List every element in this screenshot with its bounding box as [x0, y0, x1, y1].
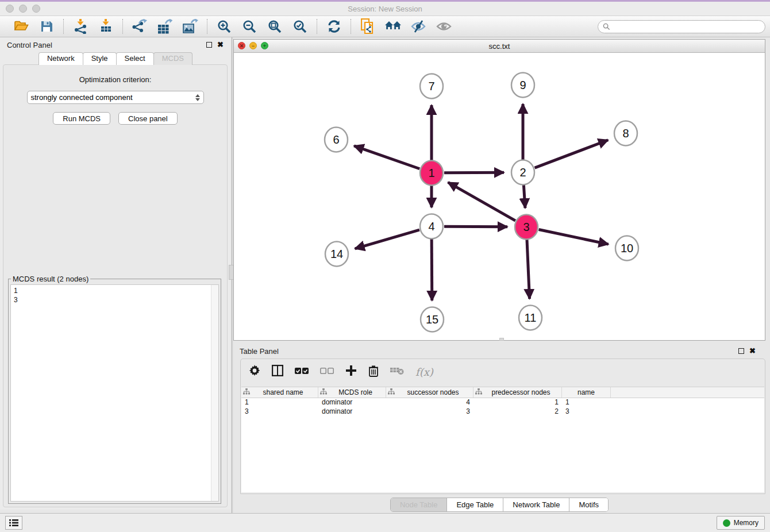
table-cell[interactable]: 3	[562, 407, 611, 417]
node-15[interactable]: 15	[421, 307, 444, 332]
tab-network[interactable]: Network	[38, 52, 83, 65]
deselect-all-checks-button[interactable]	[320, 367, 334, 377]
table-cell[interactable]: 2	[473, 407, 562, 417]
network-minimize-button[interactable]: −	[249, 42, 257, 49]
column-header-predecessor-nodes[interactable]: predecessor nodes	[473, 387, 562, 398]
edge-3-1[interactable]	[448, 182, 515, 221]
tab-network-table[interactable]: Network Table	[503, 498, 569, 511]
edge-4-14[interactable]	[355, 230, 419, 249]
network-resize-grip[interactable]	[499, 338, 504, 341]
result-scrollbar[interactable]	[211, 285, 218, 501]
node-3[interactable]: 3	[515, 215, 538, 240]
columns-button[interactable]	[272, 365, 283, 379]
minimize-window-button[interactable]	[19, 5, 27, 13]
gear-button[interactable]	[249, 365, 260, 379]
table-cell[interactable]: 3	[386, 407, 473, 417]
table-row[interactable]: 3dominator323	[241, 407, 764, 417]
run-mcds-button[interactable]: Run MCDS	[53, 112, 110, 125]
dropdown-stepper-icon	[195, 94, 200, 101]
tab-select[interactable]: Select	[116, 52, 154, 65]
mcds-result-text[interactable]: 13	[10, 284, 219, 502]
mcds-result-title: MCDS result (2 nodes)	[11, 275, 90, 283]
table-cell[interactable]: 1	[473, 398, 562, 407]
edge-4-3[interactable]	[444, 226, 507, 227]
network-close-button[interactable]: ✕	[238, 42, 245, 49]
node-2[interactable]: 2	[511, 160, 534, 185]
tab-motifs[interactable]: Motifs	[569, 498, 608, 511]
column-header-successor-nodes[interactable]: successor nodes	[386, 387, 473, 398]
table-cell[interactable]: 1	[562, 398, 611, 407]
node-10[interactable]: 10	[615, 236, 638, 261]
column-header-shared-name[interactable]: shared name	[241, 387, 318, 398]
import-table-button[interactable]	[97, 18, 114, 34]
close-panel-icon[interactable]: ✖	[217, 42, 224, 48]
delete-row-button[interactable]	[368, 365, 379, 379]
network-window-title: scc.txt	[489, 42, 510, 51]
add-row-button[interactable]	[345, 365, 357, 379]
edge-2-8[interactable]	[535, 140, 609, 168]
node-8[interactable]: 8	[614, 121, 637, 146]
node-9[interactable]: 9	[511, 73, 534, 98]
network-canvas[interactable]: 7968124314101511	[234, 53, 765, 340]
close-window-button[interactable]	[6, 5, 14, 13]
search-field[interactable]	[598, 20, 765, 33]
task-history-button[interactable]	[5, 516, 22, 530]
node-table[interactable]: shared nameMCDS rolesuccessor nodesprede…	[241, 387, 764, 492]
edge-3-10[interactable]	[539, 230, 609, 245]
zoom-out-button[interactable]	[241, 18, 258, 34]
tab-edge-table[interactable]: Edge Table	[447, 498, 503, 511]
network-window-titlebar[interactable]: ✕ − + scc.txt	[234, 40, 765, 53]
column-header-name[interactable]: name	[562, 387, 611, 398]
export-image-button[interactable]	[182, 18, 199, 34]
edge-3-11[interactable]	[527, 240, 530, 299]
node-6[interactable]: 6	[325, 128, 348, 152]
hide-selected-button[interactable]	[410, 18, 427, 34]
table-cell[interactable]: 4	[386, 398, 473, 407]
table-close-panel-icon[interactable]: ✖	[749, 348, 756, 354]
edge-4-15[interactable]	[432, 239, 432, 300]
window-controls[interactable]	[6, 5, 40, 13]
node-4[interactable]: 4	[420, 214, 443, 239]
result-line: 1	[14, 286, 215, 295]
table-row[interactable]: 1dominator411	[241, 398, 764, 407]
node-1[interactable]: 1	[420, 161, 443, 186]
float-panel-icon[interactable]	[206, 42, 212, 48]
zoom-in-button[interactable]	[215, 18, 233, 34]
table-float-panel-icon[interactable]	[738, 348, 744, 354]
export-network-button[interactable]	[131, 18, 148, 34]
table-cell[interactable]: 3	[241, 407, 318, 417]
criterion-dropdown[interactable]: strongly connected component	[27, 91, 204, 104]
refresh-button[interactable]	[325, 18, 342, 34]
node-11[interactable]: 11	[519, 306, 542, 330]
import-network-button[interactable]	[72, 18, 89, 34]
edge-1-2[interactable]	[444, 172, 504, 173]
clone-network-button[interactable]	[359, 18, 376, 34]
node-7[interactable]: 7	[420, 74, 443, 99]
maximize-window-button[interactable]	[32, 5, 40, 13]
home-first-neighbors-button[interactable]	[384, 18, 402, 34]
table-cell[interactable]: 1	[241, 398, 318, 407]
column-header-MCDS-role[interactable]: MCDS role	[318, 387, 386, 398]
zoom-fit-button[interactable]	[266, 18, 283, 34]
close-panel-button[interactable]: Close panel	[118, 112, 178, 125]
table-cell[interactable]: dominator	[318, 407, 386, 417]
select-all-checks-button[interactable]	[295, 367, 309, 377]
export-table-button[interactable]	[156, 18, 174, 34]
edge-2-3[interactable]	[523, 185, 525, 208]
network-maximize-button[interactable]: +	[261, 42, 268, 49]
zoom-fit-icon	[268, 20, 282, 34]
zoom-selected-button[interactable]	[291, 18, 309, 34]
tab-style[interactable]: Style	[83, 52, 117, 65]
search-input[interactable]	[613, 22, 760, 31]
svg-text:7: 7	[428, 80, 434, 92]
tab-node-table[interactable]: Node Table	[391, 498, 448, 511]
show-all-button[interactable]	[435, 18, 452, 34]
status-bar: Memory	[0, 513, 770, 532]
save-session-button[interactable]	[38, 18, 55, 34]
edge-1-6[interactable]	[354, 146, 419, 169]
node-14[interactable]: 14	[325, 242, 348, 267]
tab-mcds[interactable]: MCDS	[153, 52, 192, 65]
open-session-button[interactable]	[13, 18, 30, 34]
table-cell[interactable]: dominator	[318, 398, 386, 407]
memory-button[interactable]: Memory	[717, 516, 765, 530]
